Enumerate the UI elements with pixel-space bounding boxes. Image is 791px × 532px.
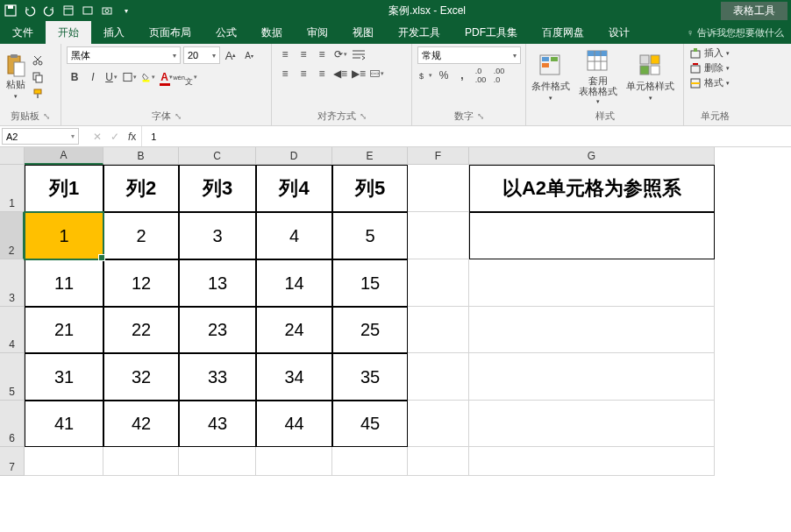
qat-dropdown-icon[interactable]: ▾ [119, 4, 133, 18]
align-center-icon[interactable]: ≡ [296, 66, 311, 82]
currency-icon[interactable]: $ [417, 67, 433, 83]
cell-E7[interactable] [332, 447, 408, 476]
underline-icon[interactable]: U [103, 69, 119, 85]
cell-E3[interactable]: 15 [332, 259, 408, 307]
increase-font-icon[interactable]: A▴ [223, 47, 239, 63]
redo-icon[interactable] [42, 4, 56, 18]
dialog-launcher-icon[interactable]: ⤡ [43, 111, 50, 121]
tab-数据[interactable]: 数据 [249, 21, 295, 44]
cell-D4[interactable]: 24 [256, 307, 332, 353]
format-painter-icon[interactable] [30, 87, 46, 101]
percent-icon[interactable]: % [436, 67, 452, 83]
cell-E6[interactable]: 45 [332, 401, 408, 447]
cell-C6[interactable]: 43 [179, 401, 256, 447]
cell-E5[interactable]: 35 [332, 353, 408, 401]
worksheet-grid[interactable]: ABCDEFG 1234567 列1列2列3列4列5以A2单元格为参照系1234… [0, 147, 791, 532]
cell-B2[interactable]: 2 [103, 212, 179, 259]
cell-C4[interactable]: 23 [179, 307, 256, 353]
name-box[interactable]: A2▾ [2, 128, 79, 145]
cell-G6[interactable] [469, 401, 715, 447]
col-header-A[interactable]: A [25, 147, 103, 165]
row-header-2[interactable]: 2 [0, 212, 25, 259]
formula-input[interactable]: 1 [142, 131, 165, 142]
cancel-icon[interactable]: ✕ [93, 131, 102, 143]
paste-button[interactable]: 粘贴 ▾ [5, 55, 26, 100]
wrap-text-icon[interactable] [351, 46, 367, 62]
save-icon[interactable] [4, 4, 18, 18]
cell-E4[interactable]: 25 [332, 307, 408, 353]
tab-设计[interactable]: 设计 [596, 21, 642, 44]
tab-百度网盘[interactable]: 百度网盘 [530, 21, 596, 44]
cell-G4[interactable] [469, 307, 715, 353]
dialog-launcher-icon[interactable]: ⤡ [360, 111, 367, 121]
cell-A4[interactable]: 21 [25, 307, 103, 353]
cell-B7[interactable] [103, 447, 179, 476]
conditional-format-button[interactable]: 条件格式▾ [531, 53, 570, 102]
camera-icon[interactable] [100, 4, 114, 18]
tab-开发工具[interactable]: 开发工具 [386, 21, 453, 44]
font-name-combo[interactable]: 黑体▾ [67, 46, 181, 64]
phonetic-icon[interactable]: wén文 [177, 69, 193, 85]
bold-icon[interactable]: B [67, 69, 82, 85]
cut-icon[interactable] [30, 53, 46, 67]
row-header-6[interactable]: 6 [0, 401, 25, 447]
cell-B6[interactable]: 42 [103, 401, 179, 447]
cell-A1[interactable]: 列1 [25, 165, 103, 212]
tab-公式[interactable]: 公式 [203, 21, 249, 44]
tab-视图[interactable]: 视图 [340, 21, 386, 44]
italic-icon[interactable]: I [85, 69, 101, 85]
select-all-corner[interactable] [0, 147, 25, 165]
col-header-F[interactable]: F [408, 147, 469, 165]
align-left-icon[interactable]: ≡ [277, 66, 293, 82]
fill-color-icon[interactable] [140, 69, 156, 85]
cell-D7[interactable] [256, 447, 332, 476]
cell-G3[interactable] [469, 259, 715, 307]
cell-C5[interactable]: 33 [179, 353, 256, 401]
cell-D1[interactable]: 列4 [256, 165, 332, 212]
cell-C7[interactable] [179, 447, 256, 476]
cell-F4[interactable] [408, 307, 469, 353]
col-header-E[interactable]: E [332, 147, 408, 165]
row-header-4[interactable]: 4 [0, 307, 25, 353]
cell-C3[interactable]: 13 [179, 259, 256, 307]
cell-D5[interactable]: 34 [256, 353, 332, 401]
decrease-decimal-icon[interactable]: .00.0 [491, 67, 507, 83]
qat-icon[interactable] [81, 4, 95, 18]
cell-A6[interactable]: 41 [25, 401, 103, 447]
col-header-G[interactable]: G [469, 147, 715, 165]
increase-indent-icon[interactable]: ▶≡ [351, 66, 367, 82]
cell-G2[interactable] [469, 212, 715, 259]
row-header-7[interactable]: 7 [0, 447, 25, 476]
tab-审阅[interactable]: 审阅 [295, 21, 340, 44]
row-header-1[interactable]: 1 [0, 165, 25, 212]
font-size-combo[interactable]: 20▾ [183, 46, 220, 64]
copy-icon[interactable] [30, 70, 46, 84]
tab-页面布局[interactable]: 页面布局 [137, 21, 203, 44]
cell-A3[interactable]: 11 [25, 259, 103, 307]
border-icon[interactable] [122, 69, 138, 85]
align-right-icon[interactable]: ≡ [314, 66, 330, 82]
cell-styles-button[interactable]: 单元格样式▾ [626, 53, 674, 102]
cell-F2[interactable] [408, 212, 469, 259]
cell-B4[interactable]: 22 [103, 307, 179, 353]
cell-C1[interactable]: 列3 [179, 165, 256, 212]
tab-开始[interactable]: 开始 [46, 21, 91, 44]
align-middle-icon[interactable]: ≡ [296, 46, 311, 62]
col-header-C[interactable]: C [179, 147, 256, 165]
merge-icon[interactable] [369, 66, 385, 82]
cell-F3[interactable] [408, 259, 469, 307]
cell-G1[interactable]: 以A2单元格为参照系 [469, 165, 715, 212]
format-button[interactable]: 格式▾ [689, 76, 730, 89]
cell-D2[interactable]: 4 [256, 212, 332, 259]
cell-G7[interactable] [469, 447, 715, 476]
cell-F6[interactable] [408, 401, 469, 447]
col-header-B[interactable]: B [103, 147, 179, 165]
format-table-button[interactable]: 套用 表格格式▾ [579, 49, 617, 105]
number-format-combo[interactable]: 常规▾ [417, 46, 521, 64]
col-header-D[interactable]: D [256, 147, 332, 165]
cell-D3[interactable]: 14 [256, 259, 332, 307]
enter-icon[interactable]: ✓ [110, 131, 119, 143]
dialog-launcher-icon[interactable]: ⤡ [477, 111, 484, 121]
align-bottom-icon[interactable]: ≡ [314, 46, 330, 62]
row-header-3[interactable]: 3 [0, 259, 25, 307]
